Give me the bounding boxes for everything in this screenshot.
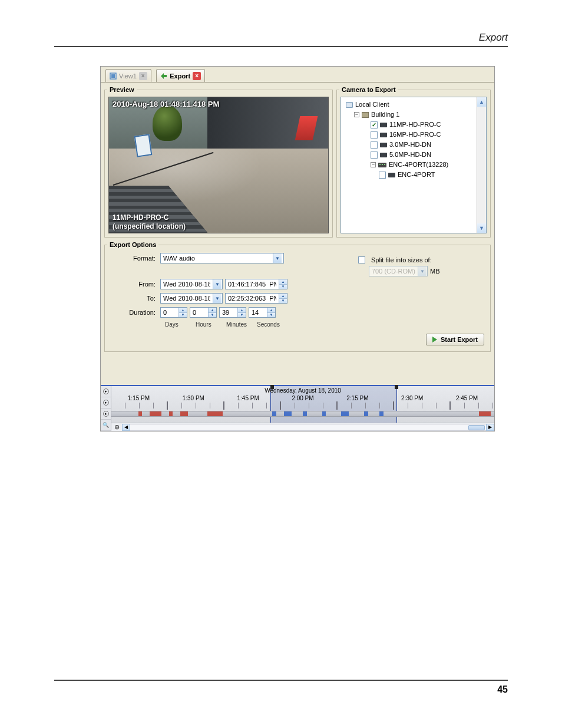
export-body: Preview 2010-Aug-18 01:48:11.418 PM 11MP… xyxy=(101,82,494,431)
tab-view1-close[interactable]: × xyxy=(139,72,147,80)
scroll-left-icon[interactable]: ◀ xyxy=(122,424,130,431)
view-icon xyxy=(110,73,117,80)
chevron-down-icon[interactable]: ▼ xyxy=(213,279,222,289)
hours-unit: Hours xyxy=(196,321,226,328)
record-segment xyxy=(322,411,326,416)
tree-scrollbar[interactable]: ▲ ▼ xyxy=(477,97,486,233)
scroll-track[interactable] xyxy=(130,424,486,431)
spin-up-icon[interactable]: ▲ xyxy=(209,308,216,313)
split-checkbox[interactable] xyxy=(358,256,365,263)
camera-tree[interactable]: Local Client − Building 1 11MP-HD-PRO-C xyxy=(340,97,487,233)
chevron-down-icon[interactable]: ▼ xyxy=(273,253,282,263)
to-time-spinner[interactable]: ▲▼ xyxy=(225,293,287,304)
preview-video[interactable]: 2010-Aug-18 01:48:11.418 PM 11MP-HD-PRO-… xyxy=(108,97,329,233)
collapse-icon[interactable]: − xyxy=(371,162,376,167)
camera-legend: Camera to Export xyxy=(339,86,398,93)
scroll-thumb[interactable] xyxy=(468,425,485,430)
client-icon xyxy=(346,102,353,108)
spin-down-icon[interactable]: ▼ xyxy=(179,313,187,318)
tree-encoder-child[interactable]: ENC-4PORT xyxy=(346,170,484,180)
spin-up-icon[interactable]: ▲ xyxy=(267,308,275,313)
scroll-up-icon[interactable]: ▲ xyxy=(477,97,486,107)
timeline-scrollbar[interactable]: ⊕ ◀ ▶ xyxy=(111,423,494,431)
split-label: Split file into sizes of: xyxy=(371,256,432,263)
seconds-spinner[interactable]: ▲▼ xyxy=(249,307,276,318)
from-time-spinner[interactable]: ▲▼ xyxy=(225,279,287,289)
time-label: 2:30 PM xyxy=(385,395,439,401)
checkbox[interactable] xyxy=(371,151,378,159)
checkbox[interactable] xyxy=(371,121,378,129)
tree-site[interactable]: − Building 1 xyxy=(346,110,484,120)
motion-segment xyxy=(207,411,223,416)
spin-down-icon[interactable]: ▼ xyxy=(209,313,216,318)
record-segment xyxy=(364,411,368,416)
zoom-in-icon[interactable]: ⊕ xyxy=(111,423,122,431)
split-size-input[interactable] xyxy=(369,266,418,276)
tree-cam-3[interactable]: 5.0MP-HD-DN xyxy=(346,150,484,160)
record-segment xyxy=(303,411,307,416)
scroll-down-icon[interactable]: ▼ xyxy=(477,223,486,233)
tab-view1[interactable]: View1 × xyxy=(105,69,151,82)
spin-down-icon[interactable]: ▼ xyxy=(238,313,246,318)
format-input[interactable] xyxy=(161,253,273,263)
timeline-track[interactable] xyxy=(111,411,494,417)
spin-up-icon[interactable]: ▲ xyxy=(279,294,287,299)
tree-root[interactable]: Local Client xyxy=(346,100,484,110)
checkbox[interactable] xyxy=(371,131,378,139)
chevron-down-icon[interactable]: ▼ xyxy=(213,294,222,303)
minutes-input[interactable] xyxy=(220,308,237,317)
timeline-play-button[interactable]: ▸ xyxy=(101,409,111,420)
svg-rect-1 xyxy=(111,74,115,78)
to-date-combo[interactable]: ▼ xyxy=(160,293,223,304)
time-label: 1:45 PM xyxy=(221,395,276,401)
from-time-input[interactable] xyxy=(226,279,279,289)
tree-cam-2[interactable]: 3.0MP-HD-DN xyxy=(346,140,484,150)
checkbox[interactable] xyxy=(379,172,386,179)
from-date-combo[interactable]: ▼ xyxy=(160,279,223,289)
spin-up-icon[interactable]: ▲ xyxy=(238,308,246,313)
days-input[interactable] xyxy=(161,308,178,317)
to-date-input[interactable] xyxy=(161,294,213,303)
scroll-right-icon[interactable]: ▶ xyxy=(486,424,494,431)
preview-timestamp: 2010-Aug-18 01:48:11.418 PM xyxy=(113,100,219,108)
from-date-input[interactable] xyxy=(161,279,213,289)
spin-down-icon[interactable]: ▼ xyxy=(267,313,275,318)
timeline[interactable]: ▸ ▸ ▸ 🔍 Wednesday, August 18, 2010 1:15 … xyxy=(101,385,494,431)
encoder-icon xyxy=(378,163,386,167)
row-to: To: ▼ ▲▼ xyxy=(111,293,484,304)
spin-up-icon[interactable]: ▲ xyxy=(279,279,287,285)
timeline-date: Wednesday, August 18, 2010 xyxy=(111,387,494,394)
motion-segment xyxy=(138,411,143,416)
timeline-play-button[interactable]: ▸ xyxy=(101,397,111,409)
camera-icon xyxy=(380,123,387,127)
tab-export-close[interactable]: × xyxy=(193,72,201,80)
timeline-play-button[interactable]: ▸ xyxy=(101,386,111,397)
format-combo[interactable]: ▼ xyxy=(160,253,284,263)
tab-export[interactable]: Export × xyxy=(156,69,205,82)
start-export-label: Start Export xyxy=(441,336,478,343)
start-export-button[interactable]: Start Export xyxy=(426,334,484,345)
hours-input[interactable] xyxy=(190,308,208,317)
collapse-icon[interactable]: − xyxy=(354,112,359,117)
motion-segment xyxy=(479,411,491,416)
seconds-input[interactable] xyxy=(249,308,267,317)
days-spinner[interactable]: ▲▼ xyxy=(160,307,187,318)
hours-spinner[interactable]: ▲▼ xyxy=(190,307,217,318)
tree-cam-0[interactable]: 11MP-HD-PRO-C xyxy=(346,120,484,130)
tree-cam-label: 3.0MP-HD-DN xyxy=(389,140,431,150)
spin-up-icon[interactable]: ▲ xyxy=(179,308,187,313)
spin-down-icon[interactable]: ▼ xyxy=(279,285,287,289)
minutes-spinner[interactable]: ▲▼ xyxy=(219,307,246,318)
chevron-down-icon[interactable]: ▼ xyxy=(418,266,427,276)
play-icon: ▸ xyxy=(103,388,109,394)
timeline-zoom-button[interactable]: 🔍 xyxy=(101,420,111,431)
motion-segment xyxy=(169,411,173,416)
spin-down-icon[interactable]: ▼ xyxy=(279,299,287,304)
checkbox[interactable] xyxy=(371,141,378,149)
tree-encoder[interactable]: − ENC-4PORT(13228) xyxy=(346,160,484,170)
row-from: From: ▼ ▲▼ xyxy=(111,279,484,289)
to-time-input[interactable] xyxy=(226,294,279,303)
tree-cam-1[interactable]: 16MP-HD-PRO-C xyxy=(346,130,484,140)
split-size-combo[interactable]: ▼ xyxy=(369,266,428,276)
time-label: 2:45 PM xyxy=(439,395,494,401)
